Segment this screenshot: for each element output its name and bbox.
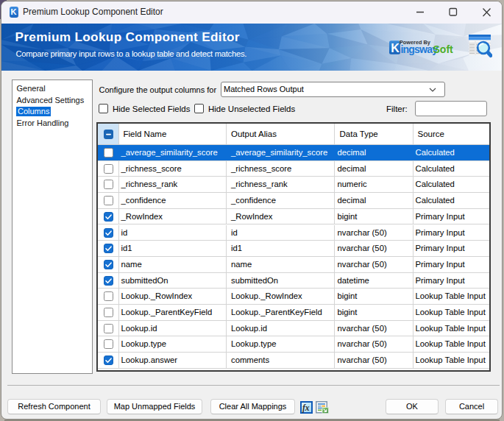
svg-text:K: K (391, 42, 400, 54)
svg-text:fx: fx (302, 403, 310, 413)
svg-text:Soft: Soft (433, 43, 454, 55)
